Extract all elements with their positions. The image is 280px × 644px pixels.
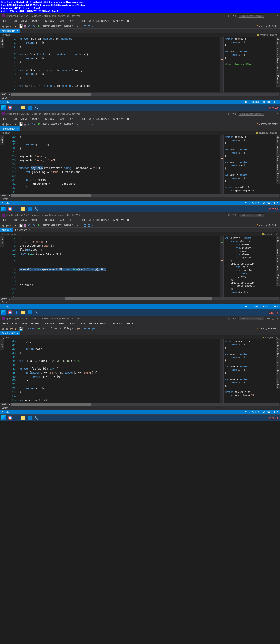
quick-launch-input[interactable] <box>238 112 264 116</box>
config-selector[interactable]: Debug ▾ <box>63 224 74 226</box>
menu-project[interactable]: PROJECT <box>29 218 43 222</box>
comment-icon[interactable]: ▭ <box>92 122 96 126</box>
tab-functionsts[interactable]: functions.ts× <box>13 228 32 232</box>
side-tab-solution-explorer[interactable]: Solution Explorer <box>276 37 280 56</box>
side-tab-properties[interactable]: Properties <box>276 74 280 87</box>
redo-icon[interactable]: ↷ <box>32 122 36 126</box>
comment-icon[interactable]: ▭ <box>92 223 96 227</box>
notification-icon[interactable]: ⚑ 1 <box>232 317 236 320</box>
h-scrollbar[interactable] <box>11 298 279 300</box>
close-button[interactable]: ✕ <box>276 317 278 320</box>
code-content[interactable]: function sum(a: number, b: number) { ret… <box>18 37 223 92</box>
undo-icon[interactable]: ↶ <box>28 223 31 227</box>
new-icon[interactable]: ▭ <box>10 122 14 126</box>
close-button[interactable]: ✕ <box>276 214 278 216</box>
minimize-button[interactable]: — <box>267 317 269 320</box>
nav-member[interactable]: sayHello (function) <box>255 34 280 36</box>
menu-team[interactable]: TEAM <box>56 322 66 325</box>
menu-team[interactable]: TEAM <box>56 218 66 222</box>
quick-launch-input[interactable] <box>238 213 264 217</box>
menu-webessentials[interactable]: WEB ESSENTIALS <box>87 117 111 120</box>
toolbox-tab[interactable]: Toolbox <box>0 37 4 47</box>
zoom-dropdown-icon[interactable]: ▾ <box>9 403 10 406</box>
minimize-button[interactable]: — <box>267 14 269 18</box>
user-badge[interactable]: ⚑ Jeremy McPeak ▾ <box>256 24 278 27</box>
maximize-button[interactable]: ▢ <box>272 214 274 216</box>
code-editor[interactable]: 40414243444546474849505152535455565758 }… <box>4 339 223 402</box>
zoom-dropdown-icon[interactable]: ▾ <box>9 93 10 96</box>
side-tab-solution-explorer[interactable]: Solution Explorer <box>276 135 280 154</box>
forward-icon[interactable]: ▶ <box>6 24 9 28</box>
play-icon[interactable]: ▶ <box>38 327 40 330</box>
ie-icon[interactable]: e <box>14 105 19 110</box>
explorer-icon[interactable] <box>21 310 26 315</box>
save-icon[interactable]: 💾 <box>19 24 23 28</box>
toolbox-tab[interactable]: Toolbox <box>0 236 4 246</box>
new-icon[interactable]: ▭ <box>10 223 14 227</box>
menu-view[interactable]: VIEW <box>19 218 29 222</box>
outdent-icon[interactable]: ≣ <box>88 24 91 28</box>
save-icon[interactable]: 💾 <box>19 223 23 227</box>
feedback-icon[interactable]: ▢ <box>228 14 230 18</box>
close-icon[interactable]: × <box>16 332 18 335</box>
menu-webessentials[interactable]: WEB ESSENTIALS <box>87 218 111 222</box>
output-panel[interactable]: Output <box>0 197 280 201</box>
user-badge[interactable]: ⚑ Jeremy McPeak ▾ <box>256 327 278 330</box>
menu-tools[interactable]: TOOLS <box>66 218 77 222</box>
save-icon[interactable]: 💾 <box>19 327 23 330</box>
code-content[interactable]: }); return total; } var total = sum5(1, … <box>18 339 223 402</box>
browser-selector[interactable]: Internet Explorer ▾ <box>41 122 62 125</box>
menu-file[interactable]: FILE <box>2 19 10 23</box>
zoom-dropdown-icon[interactable]: ▾ <box>9 298 10 300</box>
menu-tools[interactable]: TOOLS <box>66 117 77 120</box>
close-button[interactable]: ✕ <box>276 14 278 18</box>
code-editor[interactable]: 1234567891011121314151617 function sum(a… <box>4 37 223 92</box>
menu-edit[interactable]: EDIT <box>10 117 19 120</box>
menu-help[interactable]: HELP <box>125 218 135 222</box>
h-scrollbar[interactable] <box>11 194 279 197</box>
comment-icon[interactable]: ▭ <box>92 327 96 330</box>
close-button[interactable]: ✕ <box>276 112 278 115</box>
toolbar-btn-icon[interactable]: ▭ <box>77 122 81 126</box>
menu-test[interactable]: TEST <box>77 322 87 325</box>
notification-icon[interactable]: ⚑ 1 <box>232 14 236 18</box>
menu-project[interactable]: PROJECT <box>29 117 43 120</box>
scroll-indicator[interactable] <box>220 236 223 297</box>
start-button[interactable] <box>1 415 6 420</box>
user-badge[interactable]: ⚑ Jeremy McPeak ▾ <box>256 224 278 226</box>
indent-icon[interactable]: ≣ <box>83 122 87 126</box>
toolbar-btn-icon[interactable]: ▭ <box>77 24 81 28</box>
saveall-icon[interactable]: ⊞ <box>23 24 27 28</box>
outdent-icon[interactable]: ≣ <box>88 327 91 330</box>
code-editor[interactable]: 2021222324252627282930313233343536373839… <box>4 135 223 194</box>
browser-selector[interactable]: Internet Explorer ▾ <box>41 224 62 226</box>
menu-help[interactable]: HELP <box>125 19 135 23</box>
nav-scope[interactable]: Greeter (class) <box>0 233 260 235</box>
menu-tools[interactable]: TOOLS <box>66 322 77 325</box>
nav-scope[interactable]: <global> <box>0 34 255 36</box>
chrome-icon[interactable] <box>8 415 13 420</box>
scroll-indicator[interactable] <box>220 135 223 194</box>
feedback-icon[interactable]: ▢ <box>228 112 230 115</box>
indent-icon[interactable]: ≣ <box>83 327 87 330</box>
new-icon[interactable]: ▭ <box>10 327 14 330</box>
quick-launch-input[interactable] <box>238 14 264 18</box>
play-icon[interactable]: ▶ <box>38 122 40 125</box>
preview-pane[interactable]: var Greeter = (funct function Greeter th… <box>223 236 280 297</box>
side-tab-solution-explorer[interactable]: Solution Explorer <box>276 339 280 359</box>
config-selector[interactable]: Debug ▾ <box>63 327 74 330</box>
nav-scope[interactable]: <global> <box>0 336 261 339</box>
close-icon[interactable]: × <box>29 228 30 232</box>
save-icon[interactable]: 💾 <box>19 122 23 126</box>
menu-view[interactable]: VIEW <box>19 19 29 23</box>
menu-file[interactable]: FILE <box>2 117 10 120</box>
vscode-icon[interactable] <box>27 206 32 212</box>
menu-tools[interactable]: TOOLS <box>66 19 77 23</box>
output-panel[interactable]: Output <box>0 96 280 100</box>
side-tab-team-explorer[interactable]: Team Explorer <box>276 256 280 272</box>
browser-selector[interactable]: Internet Explorer ▾ <box>41 327 62 330</box>
vscode-icon[interactable] <box>27 105 32 110</box>
forward-icon[interactable]: ▶ <box>6 327 9 330</box>
explorer-icon[interactable] <box>21 105 26 110</box>
saveall-icon[interactable]: ⊞ <box>23 122 27 126</box>
